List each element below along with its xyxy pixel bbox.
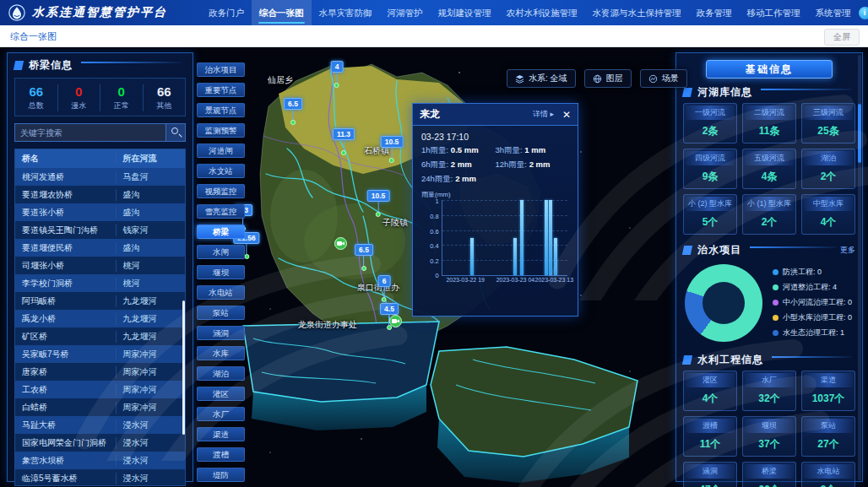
layer-item-涵洞[interactable]: 涵洞 — [197, 326, 245, 340]
layer-item-视频监控[interactable]: 视频监控 — [197, 184, 245, 198]
table-row[interactable]: 临漳5号蓄水桥浸水河 — [15, 469, 185, 486]
legend-dot-icon — [773, 315, 778, 321]
info-card-一级河流: 一级河流2条 — [683, 103, 737, 143]
stat-value: 66 — [15, 84, 57, 99]
map-control-globe-icon[interactable]: 图层 — [584, 69, 632, 88]
card-value: 2个 — [745, 211, 794, 232]
water-level-marker[interactable]: 6 — [378, 272, 391, 302]
legend-防洪工程: 防洪工程: 0 — [773, 267, 857, 278]
bridge-panel-title: 桥梁信息 — [29, 58, 73, 73]
table-scrollbar[interactable] — [182, 300, 185, 435]
table-row[interactable]: 白蜡桥周家冲河 — [15, 398, 185, 416]
water-level-marker[interactable]: 4 — [331, 57, 344, 88]
nav-item-5[interactable]: 农村水利设施管理 — [499, 0, 585, 25]
basic-info-button[interactable]: 基础信息 — [706, 60, 833, 78]
bridge-stat-正常: 0正常 — [100, 84, 144, 111]
table-row[interactable]: 吴家畈7号桥周家冲河 — [15, 345, 185, 363]
table-header-row: 桥名所在河流 — [15, 149, 185, 168]
main-area: 仙居乡石桥镇子陵镇泉口街道办龙泉街道办事处46.511.310.510.53.3… — [0, 47, 868, 487]
table-row[interactable]: 桃河发通桥马盘河 — [15, 168, 185, 186]
marker-stick — [247, 244, 247, 254]
water-level-marker[interactable]: 6.5 — [284, 95, 302, 125]
layer-item-重要节点[interactable]: 重要节点 — [197, 83, 245, 97]
legend-dot-icon — [773, 330, 778, 336]
marker-value: 4.5 — [380, 303, 399, 315]
layer-item-水厂[interactable]: 水厂 — [197, 407, 245, 421]
rain-bar — [520, 200, 524, 275]
nav-item-2[interactable]: 水旱灾害防御 — [312, 0, 380, 25]
layer-item-堰坝[interactable]: 堰坝 — [197, 265, 245, 279]
layer-item-水库[interactable]: 水库 — [197, 346, 245, 360]
layer-item-治水项目[interactable]: 治水项目 — [197, 62, 245, 77]
table-row[interactable]: 要道张小桥盛沟 — [15, 203, 185, 221]
table-row[interactable]: 阿玛畈桥九龙堰河 — [15, 292, 185, 310]
fullscreen-button[interactable]: 全屏 — [824, 29, 860, 46]
map-control-layers-icon[interactable]: 水系: 全域 — [507, 69, 576, 88]
camera-marker[interactable] — [334, 237, 347, 250]
nav-item-7[interactable]: 政务管理 — [689, 0, 740, 25]
layer-item-河道闸[interactable]: 河道闸 — [197, 143, 245, 158]
bridge-table: 桥名所在河流桃河发通桥马盘河要道堰农协桥盛沟要道张小桥盛沟要道镇吴王陶门沟桥钱家… — [14, 149, 186, 486]
table-row[interactable]: 马趾大桥浸水河 — [15, 416, 185, 434]
info-card-五级河流: 五级河流4条 — [742, 149, 796, 189]
layer-item-堤防[interactable]: 堤防 — [197, 468, 245, 482]
camera-marker[interactable] — [389, 315, 402, 327]
info-card-中型水库: 中型水库4个 — [801, 194, 855, 235]
table-row[interactable]: 工农桥周家冲河 — [15, 381, 185, 398]
table-row[interactable]: 禹龙小桥九龙堰河 — [15, 310, 185, 327]
close-icon[interactable]: ✕ — [562, 110, 571, 120]
legend-水生态治理工程: 水生态治理工程: 1 — [773, 327, 857, 338]
map-control-scene-icon[interactable]: 场景 — [640, 69, 687, 88]
stat-value: 0 — [100, 84, 143, 99]
popup-detail-link[interactable]: 详情 ▸ — [533, 109, 554, 120]
table-row[interactable]: 矿区桥九龙堰河 — [15, 327, 185, 345]
table-row[interactable]: 要道堰农协桥盛沟 — [15, 186, 185, 203]
user-menu[interactable]: i hkub42080261 ▼ — [859, 7, 868, 19]
layer-item-渠道[interactable]: 渠道 — [197, 427, 245, 441]
card-value: 3个 — [804, 479, 853, 487]
layer-item-湖泊[interactable]: 湖泊 — [197, 366, 245, 381]
water-level-marker[interactable]: 11.3 — [333, 125, 355, 155]
water-level-marker[interactable]: 10.5 — [367, 187, 390, 217]
table-row[interactable]: 李学校门洞桥桃河 — [15, 274, 185, 292]
nav-item-0[interactable]: 政务门户 — [201, 0, 252, 25]
layer-item-渡槽[interactable]: 渡槽 — [197, 447, 245, 462]
table-row[interactable]: 象营水坝桥浸水河 — [15, 452, 185, 469]
layer-item-水电站[interactable]: 水电站 — [197, 285, 245, 300]
panel-scrollbar[interactable] — [858, 104, 861, 163]
nav-item-4[interactable]: 规划建设管理 — [431, 0, 499, 25]
card-value: 66个 — [745, 479, 794, 487]
section-accent-icon — [682, 88, 692, 97]
water-level-marker[interactable]: 6.5 — [355, 241, 373, 271]
town-label-龙泉街道办事处: 龙泉街道办事处 — [298, 319, 357, 331]
search-icon — [171, 127, 178, 134]
layer-item-雪亮监控[interactable]: 雪亮监控 — [197, 204, 245, 219]
search-input[interactable] — [14, 123, 165, 142]
table-row[interactable]: 国家电网荣金门门洞桥浸水河 — [15, 434, 185, 452]
table-row[interactable]: 司堰张小桥桃河 — [15, 257, 185, 274]
layer-item-景观节点[interactable]: 景观节点 — [197, 103, 245, 117]
marker-value: 10.5 — [381, 136, 404, 148]
nav-item-3[interactable]: 河湖管护 — [380, 0, 431, 25]
layer-item-监测预警[interactable]: 监测预警 — [197, 123, 245, 138]
layer-item-水文站[interactable]: 水文站 — [197, 164, 245, 178]
layer-item-水闸[interactable]: 水闸 — [197, 245, 245, 259]
river-name-cell: 盛沟 — [116, 242, 185, 254]
nav-item-8[interactable]: 移动工作管理 — [740, 0, 808, 25]
table-row[interactable]: 唐家桥周家冲河 — [15, 363, 185, 381]
layer-item-灌区[interactable]: 灌区 — [197, 387, 245, 401]
nav-item-9[interactable]: 系统管理 — [808, 0, 859, 25]
chart-y-tick: 0 — [435, 272, 438, 279]
nav-item-1[interactable]: 综合一张图 — [252, 0, 312, 25]
table-row[interactable]: 要道镇吴王陶门沟桥钱家河 — [15, 221, 185, 239]
layer-item-泵站[interactable]: 泵站 — [197, 306, 245, 320]
search-button[interactable] — [165, 123, 186, 142]
bridge-name-cell: 白蜡桥 — [15, 402, 116, 414]
water-level-marker[interactable]: 10.5 — [381, 133, 404, 163]
river-name-cell: 九龙堰河 — [116, 313, 185, 325]
rain-bar — [513, 238, 517, 276]
table-row[interactable]: 要道堰便民桥盛沟 — [15, 239, 185, 257]
more-link[interactable]: 更多 — [840, 245, 855, 256]
layer-item-桥梁[interactable]: 桥梁 — [197, 225, 245, 239]
nav-item-6[interactable]: 水资源与水土保持管理 — [585, 0, 689, 25]
